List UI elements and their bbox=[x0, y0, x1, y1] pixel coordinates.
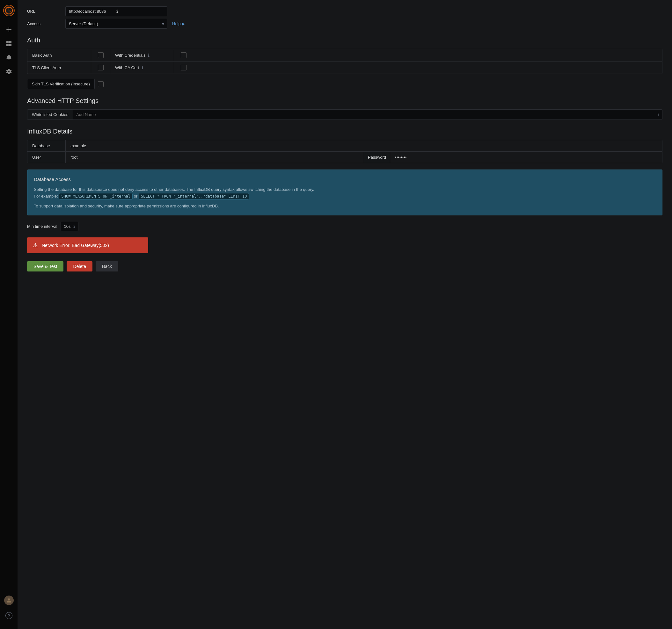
svg-rect-7 bbox=[6, 44, 8, 46]
auth-section-title: Auth bbox=[27, 36, 663, 44]
skip-tls-row: Skip TLS Verification (Insecure) bbox=[27, 79, 663, 89]
min-time-interval-row: Min time interval 10s ℹ bbox=[27, 222, 663, 231]
code-example2: SELECT * FROM "_internal".."database" LI… bbox=[139, 193, 249, 199]
password-field: Password bbox=[364, 152, 662, 163]
database-row: Database bbox=[27, 140, 662, 152]
main-content: URL http://localhost:8086 ℹ Access Serve… bbox=[18, 0, 672, 629]
sidebar-item-add[interactable] bbox=[0, 23, 18, 36]
info-box-title: Database Access bbox=[34, 176, 656, 183]
sidebar-item-avatar[interactable] bbox=[4, 593, 14, 607]
svg-rect-8 bbox=[9, 44, 11, 46]
whitelisted-cookies-label: Whitelisted Cookies bbox=[27, 109, 73, 120]
auth-row-1: Basic Auth With Credentials ℹ bbox=[27, 49, 662, 61]
with-credentials-label: With Credentials ℹ bbox=[110, 50, 174, 61]
sidebar-item-settings[interactable] bbox=[0, 65, 18, 79]
min-time-info-icon[interactable]: ℹ bbox=[73, 224, 75, 229]
avatar bbox=[4, 596, 14, 605]
influxdb-table: Database User Password bbox=[27, 140, 663, 163]
with-credentials-info-icon[interactable]: ℹ bbox=[148, 53, 149, 58]
info-box-para1: Setting the database for this datasource… bbox=[34, 186, 656, 200]
database-access-info-box: Database Access Setting the database for… bbox=[27, 170, 663, 216]
min-time-label: Min time interval bbox=[27, 224, 57, 229]
basic-auth-checkbox-cell bbox=[91, 49, 110, 61]
influxdb-section-title: InfluxDB Details bbox=[27, 128, 663, 135]
sidebar-item-help[interactable]: ? bbox=[4, 609, 14, 623]
grafana-logo[interactable] bbox=[3, 5, 15, 16]
tls-auth-label: TLS Client Auth bbox=[27, 62, 91, 73]
url-label: URL bbox=[27, 9, 65, 14]
user-input[interactable] bbox=[66, 152, 364, 163]
user-field bbox=[66, 152, 364, 163]
sidebar-item-alerts[interactable] bbox=[0, 51, 18, 65]
error-banner: ⚠ Network Error: Bad Gateway(502) bbox=[27, 237, 148, 253]
access-row: Access Server (Default) Browser ▾ Help ▶ bbox=[27, 19, 663, 29]
user-label: User bbox=[27, 152, 66, 163]
whitelisted-cookies-row: Whitelisted Cookies ℹ bbox=[27, 109, 663, 120]
auth-row-2: TLS Client Auth With CA Cert ℹ bbox=[27, 61, 662, 74]
warning-icon: ⚠ bbox=[33, 242, 38, 249]
error-text: Network Error: Bad Gateway(502) bbox=[42, 243, 109, 248]
for-example-text: For example: bbox=[34, 194, 59, 199]
url-info-icon[interactable]: ℹ bbox=[116, 9, 164, 14]
password-input[interactable] bbox=[390, 152, 662, 163]
min-time-value: 10s bbox=[64, 224, 71, 229]
with-ca-cert-info-icon[interactable]: ℹ bbox=[142, 65, 143, 70]
database-input-cell bbox=[66, 140, 662, 151]
svg-point-2 bbox=[8, 7, 9, 8]
url-row: URL http://localhost:8086 ℹ bbox=[27, 6, 663, 16]
info-box-para2: To support data isolation and security, … bbox=[34, 203, 656, 210]
tls-auth-checkbox-cell bbox=[91, 61, 110, 74]
user-password-fields: Password bbox=[66, 152, 662, 163]
access-label: Access bbox=[27, 21, 65, 26]
auth-table: Basic Auth With Credentials ℹ TLS Client… bbox=[27, 49, 663, 74]
with-ca-cert-checkbox[interactable] bbox=[181, 65, 187, 70]
database-label: Database bbox=[27, 140, 66, 151]
tls-auth-checkbox[interactable] bbox=[98, 65, 103, 70]
basic-auth-checkbox[interactable] bbox=[98, 52, 103, 58]
sidebar-item-dashboards[interactable] bbox=[0, 36, 18, 51]
url-input-wrapper[interactable]: http://localhost:8086 ℹ bbox=[65, 6, 167, 16]
help-link[interactable]: Help ▶ bbox=[172, 21, 185, 26]
with-credentials-checkbox[interactable] bbox=[181, 52, 187, 58]
back-button[interactable]: Back bbox=[96, 261, 118, 272]
database-input[interactable] bbox=[66, 140, 662, 151]
add-name-info-icon[interactable]: ℹ bbox=[657, 112, 662, 117]
url-value: http://localhost:8086 bbox=[69, 9, 116, 14]
skip-tls-checkbox[interactable] bbox=[98, 81, 103, 87]
sidebar: ? bbox=[0, 0, 18, 629]
svg-rect-5 bbox=[6, 41, 8, 43]
access-select[interactable]: Server (Default) Browser bbox=[65, 19, 167, 29]
code-example1: SHOW MEASUREMENTS ON _internal bbox=[59, 193, 133, 199]
delete-button[interactable]: Delete bbox=[67, 261, 92, 272]
with-credentials-checkbox-cell bbox=[174, 49, 193, 61]
or-text: or bbox=[134, 194, 139, 199]
with-ca-cert-label: With CA Cert ℹ bbox=[110, 62, 174, 73]
svg-rect-6 bbox=[9, 41, 11, 43]
min-time-value-box: 10s ℹ bbox=[61, 222, 78, 231]
skip-tls-label: Skip TLS Verification (Insecure) bbox=[27, 79, 95, 89]
with-ca-cert-checkbox-cell bbox=[174, 61, 193, 74]
basic-auth-label: Basic Auth bbox=[27, 50, 91, 61]
access-select-wrapper: Server (Default) Browser ▾ bbox=[65, 19, 167, 29]
add-name-input[interactable] bbox=[73, 109, 657, 120]
advanced-section-title: Advanced HTTP Settings bbox=[27, 97, 663, 104]
password-label: Password bbox=[364, 152, 390, 163]
save-test-button[interactable]: Save & Test bbox=[27, 261, 64, 272]
svg-point-10 bbox=[8, 598, 10, 601]
user-password-row: User Password bbox=[27, 152, 662, 163]
sidebar-bottom: ? bbox=[4, 593, 14, 626]
action-buttons: Save & Test Delete Back bbox=[27, 261, 663, 272]
